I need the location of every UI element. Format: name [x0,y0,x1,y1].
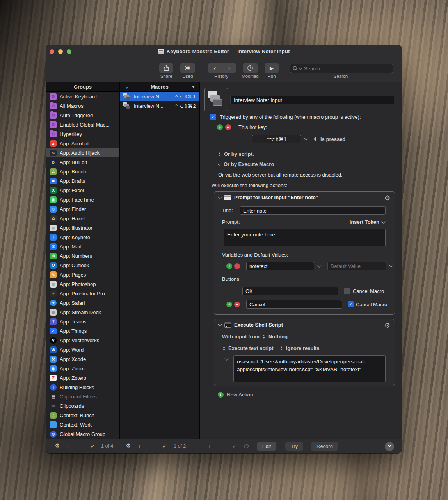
modified-button[interactable] [243,63,258,73]
ok-button-name-input[interactable] [242,287,338,295]
title-bar[interactable]: Keyboard Maestro Editor — Interview Note… [46,45,402,60]
group-row[interactable]: ⚙ Auto Triggered [46,111,119,120]
toggle-macro-enable-icon[interactable]: ✓ [162,443,167,449]
hotkey-chevron-icon[interactable] [304,137,308,141]
results-mode-stepper-icon[interactable] [280,346,283,350]
action-header[interactable]: Execute Shell Script [219,322,283,328]
or-by-execute-row[interactable]: Or by Execute Macro [218,161,274,167]
new-action-button[interactable]: + New Action [218,392,253,398]
group-row[interactable]: ▦ App: Photoshop [46,279,119,289]
help-button[interactable]: ? [385,442,394,451]
group-row[interactable]: ∴ App: Bunch [46,167,119,176]
group-row[interactable]: O App: Outlook [46,261,119,270]
group-settings-gear-icon[interactable]: ⚙ [55,443,60,449]
group-row[interactable]: W App: Word [46,345,119,354]
group-row[interactable]: Context: Work [46,420,119,429]
toggle-action-enable-icon[interactable]: ✓ [232,443,237,449]
group-row[interactable]: ⚙ Active Keyboard [46,92,119,101]
search-field[interactable] [290,64,393,73]
group-row[interactable]: ✎ App: Pages [46,270,119,279]
add-macro-button[interactable]: + [138,443,141,449]
default-value-input[interactable] [327,262,386,270]
remove-button-button[interactable]: − [234,302,240,307]
group-row[interactable]: ▤ Clipboard Filters [46,392,119,401]
add-group-button[interactable]: + [66,443,69,449]
group-row[interactable]: ✦ App: Pixelmator Pro [46,289,119,298]
prompt-text-area[interactable]: Enter your note here. [224,229,386,246]
collapse-chevron-icon[interactable] [218,322,222,326]
script-collapse-chevron-icon[interactable] [225,357,229,361]
group-row[interactable]: ⚙ Enabled Global Mac... [46,120,119,129]
edit-button[interactable]: Edit [257,442,276,451]
group-row[interactable]: ▤ Clipboards [46,401,119,411]
exec-mode-stepper-icon[interactable] [222,346,226,350]
results-mode-label[interactable]: Ignore results [286,345,320,351]
remove-action-button[interactable]: − [220,443,223,449]
group-row[interactable]: ✉ App: Mail [46,242,119,251]
is-pressed-label[interactable]: is pressed [320,136,345,142]
history-back-button[interactable]: ‹ [208,63,222,73]
group-row[interactable]: ◉ App: FaceTime [46,195,119,204]
exec-mode-label[interactable]: Execute text script [228,345,274,351]
group-row[interactable]: ⚒ App: Xcode [46,354,119,364]
run-button[interactable]: ▶ [265,63,279,73]
add-button-button[interactable]: + [226,302,232,307]
group-row[interactable]: ⊤ App: Keynote [46,232,119,242]
insert-token-control[interactable]: Insert Token [350,219,385,225]
record-button[interactable]: Record [311,442,338,451]
collapse-chevron-icon[interactable] [218,195,222,199]
hotkey-field[interactable]: ^⌥⇧⌘1 [252,135,301,143]
group-row[interactable]: ▦ App: Illustrator [46,223,119,232]
group-row[interactable]: ✿ App: Hazel [46,214,119,223]
group-row[interactable]: X App: Excel [46,186,119,195]
add-trigger-button[interactable]: + [217,124,223,130]
remove-trigger-button[interactable]: − [225,124,231,130]
group-row[interactable]: T App: Teams [46,317,119,326]
add-variable-button[interactable]: + [226,263,232,269]
toggle-group-enable-icon[interactable]: ✓ [91,443,95,449]
macro-row[interactable]: Interview N... ^⌥⇧⌘2 [120,101,199,111]
action-gear-icon[interactable]: ⚙ [384,321,390,330]
action-timing-clock-icon[interactable] [244,443,249,450]
cancel-cancel-macro-checkbox[interactable]: ✓ [348,301,354,307]
group-row[interactable]: ▣ App: Drafts [46,176,119,186]
group-row[interactable]: ☺ App: Finder [46,204,119,214]
group-row[interactable]: b App: BBEdit [46,157,119,167]
macro-row[interactable]: Interview N... ^⌥⇧⌘1 [120,92,199,101]
with-input-value[interactable]: Nothing [268,334,288,339]
sort-triangle-outline-icon[interactable]: ▽ [125,84,128,89]
remove-group-button[interactable]: − [78,443,81,449]
action-header[interactable]: Prompt for User Input “Enter note” [219,195,318,200]
macro-name-input[interactable] [230,96,394,104]
group-row[interactable]: ▲ App: Acrobat [46,139,119,148]
ok-cancel-macro-checkbox[interactable] [344,288,350,294]
group-row[interactable]: ∴ Context: Bunch [46,411,119,420]
group-row[interactable]: ✦ App: Safari [46,298,119,307]
group-row[interactable]: V App: Vectorworks [46,336,119,345]
group-row[interactable]: ▦ App: Stream Deck [46,307,119,317]
history-forward-button[interactable]: › [222,63,236,73]
action-gear-icon[interactable]: ⚙ [384,194,390,202]
add-action-button[interactable]: + [208,443,211,449]
group-row[interactable]: ⚙ HyperKey [46,129,119,139]
group-row[interactable]: i Building Blocks [46,382,119,392]
group-row[interactable]: ◉ App: Zoom [46,364,119,373]
search-input[interactable] [303,65,390,72]
prompt-title-input[interactable] [240,206,386,215]
group-row[interactable]: ∿ App: Audio Hijack [46,148,119,157]
try-button[interactable]: Try [285,442,303,451]
shell-script-text-area[interactable]: osascript '/Users/anthonyarblaster/Devel… [233,355,386,382]
group-row[interactable]: ılı App: Numbers [46,251,119,261]
macro-large-icon[interactable] [204,88,228,111]
group-row[interactable]: ⚙ All Macros [46,101,119,111]
search-scope-chevron-icon[interactable] [299,66,302,69]
group-row[interactable]: ⊕ Global Macro Group [46,429,119,439]
default-value-chevron-icon[interactable] [389,264,393,268]
group-row[interactable]: ✓ App: Things [46,326,119,336]
remove-variable-button[interactable]: − [234,263,240,269]
pressed-popup-stepper-icon[interactable] [313,137,317,141]
share-button[interactable] [159,63,173,73]
macro-settings-gear-icon[interactable]: ⚙ [126,443,131,449]
with-input-stepper-icon[interactable] [262,335,266,339]
remove-macro-button[interactable]: − [150,443,153,449]
